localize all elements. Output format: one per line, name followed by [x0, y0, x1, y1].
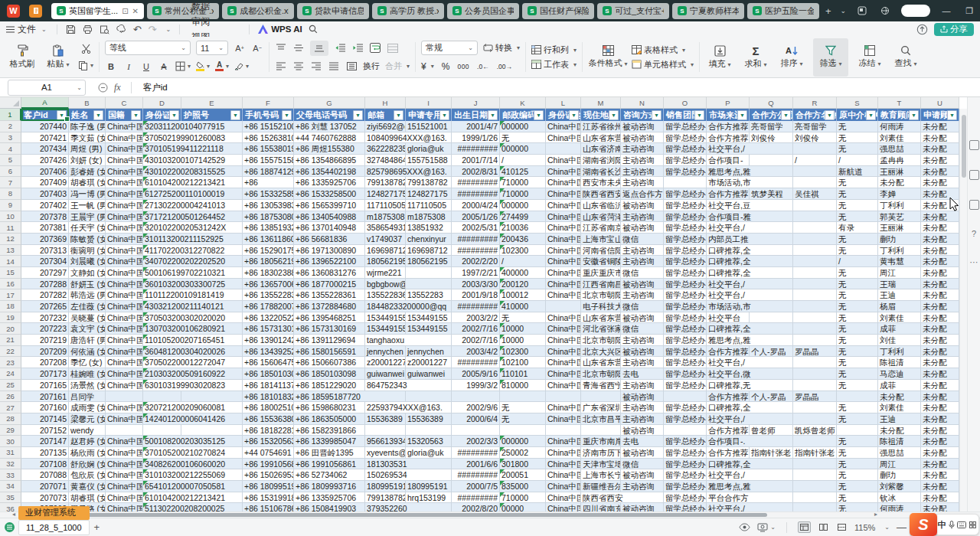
vertical-scroll-thumb[interactable] — [962, 115, 966, 178]
cell-T3[interactable]: 刘素佳 — [878, 132, 921, 144]
cell-K19[interactable]: 无 — [500, 312, 546, 324]
cell-I35[interactable]: hrq153199 — [406, 492, 452, 504]
column-header-R[interactable]: R — [793, 97, 837, 109]
cell-U2[interactable]: 未分配 — [921, 121, 959, 132]
cell-B30[interactable]: 赵君婷 (女 — [69, 436, 106, 447]
cell-R30[interactable] — [793, 436, 837, 447]
cell-C35[interactable]: China中国 — [106, 492, 143, 504]
cell-A22[interactable]: 207209 — [21, 346, 69, 358]
cell-Q36[interactable] — [750, 503, 793, 511]
cell-Q28[interactable] — [750, 413, 793, 425]
filter-dropdown-icon[interactable]: ▼ — [169, 110, 179, 120]
cell-G28[interactable]: +86 1863505000 — [294, 413, 365, 425]
cell-L28[interactable]: China中国 — [546, 413, 581, 425]
search-icon[interactable] — [307, 22, 319, 36]
cell-J9[interactable]: 2000/4/24 — [452, 200, 500, 211]
cell-P10[interactable]: 合作项目-雅 — [707, 211, 750, 223]
cell-J30[interactable]: 2002/3/3 — [452, 436, 500, 447]
cell-T22[interactable]: 丁利利 — [878, 346, 921, 358]
table-header-cell[interactable]: 申请专用▼ — [406, 109, 452, 121]
tab-list-caret-icon[interactable]: ⌄ — [841, 8, 847, 15]
cell-N2[interactable]: 被动咨询 — [621, 121, 664, 132]
filter-dropdown-icon[interactable]: ▼ — [488, 110, 498, 120]
account-avatar[interactable] — [901, 5, 930, 17]
cell-A15[interactable]: 207297 — [21, 267, 69, 279]
cell-R27[interactable] — [793, 402, 837, 413]
cell-R28[interactable] — [793, 413, 837, 425]
filter-dropdown-icon[interactable]: ▼ — [282, 110, 292, 120]
cell-K20[interactable]: 10000 — [500, 323, 546, 335]
cell-H36[interactable]: 379352260 — [365, 503, 406, 511]
merge-center-icon[interactable] — [387, 41, 399, 55]
row-header-7[interactable]: 7 — [0, 177, 21, 188]
filter-dropdown-icon[interactable]: ▼ — [93, 110, 103, 120]
align-top-icon[interactable] — [275, 41, 287, 55]
cell-P30[interactable]: 合作项目-. — [707, 436, 750, 447]
column-header-A[interactable]: A — [21, 97, 69, 109]
cell-P29[interactable]: 合作方推荐 — [707, 425, 750, 436]
column-header-B[interactable]: B — [69, 97, 106, 109]
distributed-icon[interactable] — [345, 60, 358, 74]
cell-G23[interactable]: +86 1506607386 — [294, 357, 365, 368]
table-header-cell[interactable]: 咨询方式▼ — [621, 109, 664, 121]
cell-H28[interactable]: 15536389 — [365, 413, 406, 425]
copy-icon[interactable]: ▾ — [78, 59, 93, 73]
column-header-H[interactable]: H — [365, 97, 406, 109]
cell-T9[interactable]: 丁利利 — [878, 200, 921, 211]
cell-A27[interactable]: 207160 — [21, 402, 69, 413]
table-header-cell[interactable]: 合作方公司▼ — [750, 109, 793, 121]
cell-M17[interactable]: 北京市朝阳 — [581, 289, 621, 301]
cell-M13[interactable]: 河南省信阳 — [581, 245, 621, 257]
table-header-cell[interactable]: 教育顾问▼ — [878, 109, 921, 121]
cell-C32[interactable]: China中国 — [106, 459, 143, 470]
row-header-2[interactable]: 2 — [0, 121, 21, 132]
cell-C26[interactable] — [106, 391, 143, 403]
cell-C8[interactable]: China中国 — [106, 188, 143, 200]
table-header-cell[interactable]: 申请顾问▼ — [921, 109, 959, 121]
cell-O7[interactable] — [664, 177, 707, 188]
cell-P21[interactable]: 雅思考点,雅 — [707, 335, 750, 346]
cell-F22[interactable]: +86 13439252 — [243, 346, 294, 358]
cell-R15[interactable] — [793, 267, 837, 279]
conditional-format-button[interactable]: 条件格式▾ — [588, 39, 628, 76]
cell-U10[interactable]: 未分配 — [921, 211, 959, 223]
cell-M26[interactable] — [581, 391, 621, 403]
doc-tab[interactable]: S英国留学生...⊡✕ — [51, 3, 144, 19]
cell-O24[interactable]: 留学总经办 — [664, 368, 707, 380]
row-header-12[interactable]: 12 — [0, 234, 21, 245]
cell-K4[interactable]: 000000 — [500, 143, 546, 155]
cell-L5[interactable]: China中国 — [546, 155, 581, 166]
cell-G27[interactable]: +86 1598680231 — [294, 402, 365, 413]
cell-K25[interactable]: 810000 — [500, 380, 546, 391]
cell-C21[interactable]: China中国 — [106, 335, 143, 346]
cell-C13[interactable]: China中国 — [106, 245, 143, 257]
cell-P36[interactable]: 社交平台,/ — [707, 503, 750, 511]
cell-I32[interactable] — [406, 459, 452, 470]
cell-I11[interactable]: 13851932 — [406, 222, 452, 234]
cell-E29[interactable] — [181, 425, 243, 436]
cell-B8[interactable]: 冯一博 (男 — [69, 188, 106, 200]
clear-format-button[interactable]: ▾ — [234, 60, 249, 74]
cell-D35[interactable]: 610104200212213421 — [143, 492, 181, 504]
cell-T4[interactable]: 强思喆 — [878, 143, 921, 155]
cell-D17[interactable]: 110112200109181419 — [143, 289, 181, 301]
cell-F3[interactable]: +86 15263810 — [243, 132, 294, 144]
cell-P26[interactable]: 合作方推荐 — [707, 391, 750, 403]
cell-D33[interactable]: 310103200212255069 — [143, 469, 181, 481]
cell-T14[interactable]: 黄韦慧 — [878, 256, 921, 267]
print-icon[interactable] — [83, 25, 93, 34]
cell-C10[interactable]: China中国 — [106, 211, 143, 223]
cell-G16[interactable]: +86 1877000215 — [294, 279, 365, 290]
cell-Q22[interactable]: 个人-罗晶 — [750, 346, 793, 358]
cell-S31[interactable]: 无 — [837, 447, 878, 459]
cell-R24[interactable] — [793, 368, 837, 380]
cell-N9[interactable]: 被动咨询 — [621, 200, 664, 211]
cell-L23[interactable]: China中国 — [546, 357, 581, 368]
cell-R8[interactable]: 吴佳祺 — [793, 188, 837, 200]
row-header-26[interactable]: 26 — [0, 391, 21, 403]
cell-P12[interactable]: 内部员工推 — [707, 234, 750, 245]
cell-S34[interactable]: 无 — [837, 481, 878, 492]
cell-A8[interactable]: 207403 — [21, 188, 69, 200]
cell-I31[interactable]: gloria@uk — [406, 447, 452, 459]
cell-U21[interactable]: 未分配 — [921, 335, 959, 346]
